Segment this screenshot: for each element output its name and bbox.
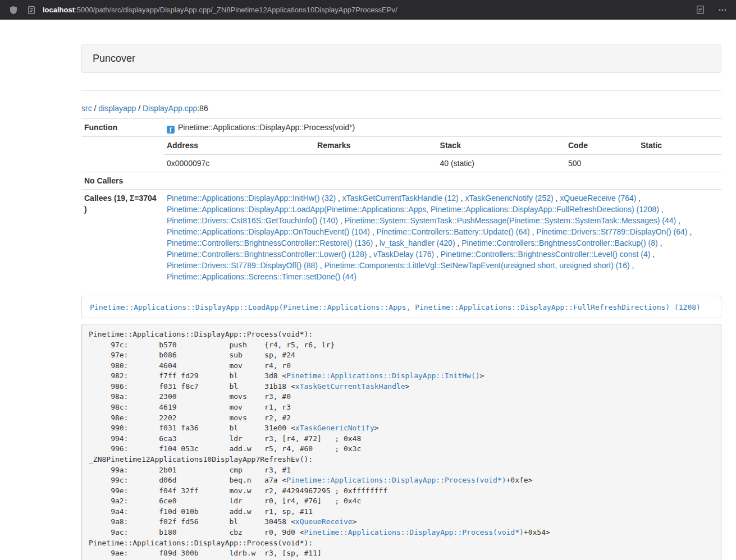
- disassembly-code: Pinetime::Applications::DisplayApp::Proc…: [81, 324, 721, 560]
- callees-label: Callees (19, Σ=3704 ): [81, 190, 164, 286]
- disassembly-symbol-link[interactable]: xTaskGetCurrentTaskHandle: [295, 382, 405, 391]
- callee-link[interactable]: Pinetime::Applications::DisplayApp::OnTo…: [167, 227, 370, 236]
- stack-value: 40 (static): [437, 154, 565, 172]
- breadcrumb: src / displayapp / DisplayApp.cpp:86: [81, 103, 721, 114]
- reader-view-icon[interactable]: [693, 3, 707, 17]
- callee-link[interactable]: Pinetime::Controllers::BrightnessControl…: [441, 250, 650, 259]
- url-path: :5000/path/src/displayapp/DisplayApp.cpp…: [75, 6, 397, 14]
- callee-link[interactable]: lv_task_handler (420): [380, 238, 455, 247]
- function-row-label: Function: [81, 119, 164, 137]
- function-table: Function ƒPinetime::Applications::Displa…: [81, 118, 721, 285]
- function-icon: ƒ: [167, 126, 175, 134]
- callee-link[interactable]: Pinetime::Applications::DisplayApp::Init…: [167, 194, 336, 203]
- no-callers-cell: [164, 172, 721, 190]
- callee-link[interactable]: Pinetime::Drivers::Cst816S::GetTouchInfo…: [167, 216, 338, 225]
- callee-link[interactable]: Pinetime::System::SystemTask::PushMessag…: [345, 216, 676, 225]
- disassembly-symbol-link[interactable]: xQueueReceive: [295, 517, 353, 526]
- column-code: Code: [565, 137, 638, 154]
- url-host: localhost: [43, 6, 75, 14]
- function-name: Pinetime::Applications::DisplayApp::Proc…: [178, 123, 355, 132]
- callee-link[interactable]: Pinetime::Applications::Screens::Timer::…: [167, 272, 356, 281]
- callee-link[interactable]: Pinetime::Controllers::Battery::Update()…: [377, 227, 530, 236]
- function-row: Function ƒPinetime::Applications::Displa…: [81, 119, 721, 137]
- callee-link[interactable]: Pinetime::Controllers::BrightnessControl…: [167, 238, 373, 247]
- callee-link[interactable]: vTaskDelay (176): [373, 250, 434, 259]
- callee-link[interactable]: xQueueReceive (764): [560, 194, 636, 203]
- disassembly-symbol-link[interactable]: xTaskGenericNotify: [295, 424, 374, 432]
- callee-link[interactable]: Pinetime::Applications::DisplayApp::Load…: [167, 205, 659, 214]
- column-remarks: Remarks: [314, 137, 437, 154]
- divider: [81, 90, 721, 91]
- callee-link[interactable]: Pinetime::Components::LittleVgl::SetNewT…: [324, 261, 630, 270]
- breadcrumb-link[interactable]: displayapp: [98, 104, 136, 113]
- callee-link[interactable]: xTaskGenericNotify (252): [465, 194, 553, 203]
- callees-row: Callees (19, Σ=3704 ) Pinetime::Applicat…: [81, 190, 721, 286]
- breadcrumb-link[interactable]: DisplayApp.cpp: [143, 104, 197, 113]
- function-details-table: Address Remarks Stack Code Static 0x0000…: [164, 137, 721, 172]
- callee-link[interactable]: Pinetime::Drivers::St7789::DisplayOff() …: [167, 261, 318, 270]
- details-value-row: 0x0000097c 40 (static) 500: [164, 154, 721, 172]
- remarks-value: [314, 154, 437, 172]
- details-row-label: [81, 137, 164, 172]
- callee-link[interactable]: xTaskGetCurrentTaskHandle (12): [342, 194, 459, 203]
- callee-link[interactable]: Pinetime::Drivers::St7789::DisplayOn() (…: [536, 227, 687, 236]
- symbol-link[interactable]: Pinetime::Applications::DisplayApp::Load…: [90, 303, 701, 311]
- column-address: Address: [164, 137, 314, 154]
- function-details-row: Address Remarks Stack Code Static 0x0000…: [81, 137, 721, 172]
- column-stack: Stack: [437, 137, 565, 154]
- disassembly-symbol-link[interactable]: Pinetime::Applications::DisplayApp::Init…: [286, 371, 479, 380]
- app-header: Puncover: [81, 44, 721, 73]
- column-static: Static: [638, 137, 721, 154]
- callees-list: Pinetime::Applications::DisplayApp::Init…: [164, 190, 721, 286]
- function-details-cell: Address Remarks Stack Code Static 0x0000…: [164, 137, 721, 172]
- menu-icon[interactable]: [716, 3, 729, 17]
- url-bar[interactable]: localhost:5000/path/src/displayapp/Displ…: [43, 6, 397, 14]
- function-name-cell: ƒPinetime::Applications::DisplayApp::Pro…: [164, 119, 721, 137]
- no-callers-row: No Callers: [81, 172, 721, 190]
- breadcrumb-link[interactable]: src: [81, 104, 92, 113]
- symbol-panel: Pinetime::Applications::DisplayApp::Load…: [81, 296, 721, 318]
- app-title: Puncover: [93, 52, 710, 65]
- callee-link[interactable]: Pinetime::Controllers::BrightnessControl…: [167, 250, 367, 259]
- static-value: [638, 154, 721, 172]
- no-callers-label: No Callers: [81, 172, 164, 190]
- callee-link[interactable]: Pinetime::Controllers::BrightnessControl…: [461, 238, 657, 247]
- disassembly-symbol-link[interactable]: Pinetime::Applications::DisplayApp::Proc…: [286, 476, 506, 484]
- address-value: 0x0000097c: [164, 154, 314, 172]
- page-content: Puncover src / displayapp / DisplayApp.c…: [81, 44, 721, 560]
- details-header-row: Address Remarks Stack Code Static: [164, 137, 721, 154]
- disassembly-symbol-link[interactable]: Pinetime::Applications::DisplayApp::Proc…: [304, 528, 524, 536]
- browser-toolbar: localhost:5000/path/src/displayapp/Displ…: [0, 0, 736, 20]
- code-value: 500: [565, 154, 638, 172]
- page-icon: [25, 3, 38, 17]
- shield-icon[interactable]: [7, 3, 20, 17]
